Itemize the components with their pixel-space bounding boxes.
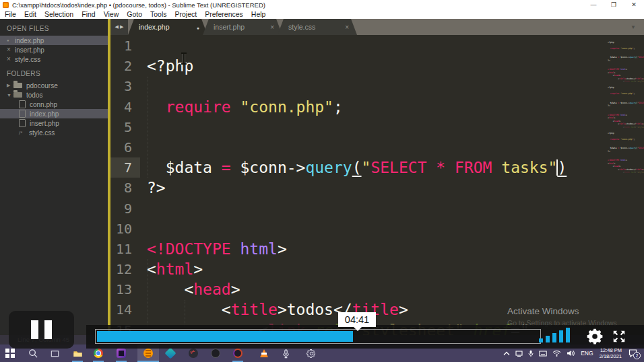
tray-expand-button[interactable]: [503, 351, 510, 356]
seek-bar-fill: [97, 331, 353, 342]
tab-style-css[interactable]: style.css: [278, 19, 357, 35]
player-settings-gear-icon[interactable]: [586, 328, 604, 345]
minimize-button[interactable]: —: [583, 0, 604, 9]
window-controls: — ❐ ✕: [583, 0, 644, 9]
close-file-icon[interactable]: [7, 46, 15, 53]
close-tab-icon[interactable]: [270, 24, 274, 31]
pause-button[interactable]: [9, 311, 74, 349]
menu-find[interactable]: Find: [77, 9, 99, 19]
folders-header: FOLDERS: [0, 64, 108, 81]
language-indicator[interactable]: ENG: [581, 350, 593, 357]
file-icon: [19, 119, 26, 127]
menu-bar: File Edit Selection Find View Goto Tools…: [0, 9, 644, 19]
file-explorer-icon: [73, 349, 83, 359]
menu-goto[interactable]: Goto: [123, 9, 146, 19]
tray-touch-keyboard-button[interactable]: [539, 351, 547, 357]
file-explorer-button[interactable]: [69, 345, 86, 362]
volume-bar: [559, 330, 563, 342]
microphone-icon: [528, 350, 534, 357]
notification-badge: 2: [633, 352, 641, 359]
tab-bar: ◀ ▶ index.php insert.php style.css ▼: [110, 19, 644, 35]
css-file-icon: /*: [19, 130, 28, 136]
tree-file-style-css[interactable]: /* style.css: [0, 128, 108, 137]
task-view-icon: [50, 349, 60, 359]
open-file-insert-php[interactable]: insert.php: [0, 45, 108, 55]
tray-display-button[interactable]: [515, 351, 523, 357]
tab-index-php[interactable]: index.php: [128, 19, 207, 35]
menu-help[interactable]: Help: [247, 9, 270, 19]
chevron-right-icon[interactable]: [7, 83, 13, 88]
gear-icon: [307, 349, 317, 359]
sidebar: OPEN FILES index.php insert.php style.cs…: [0, 19, 108, 335]
screen: C:\xampp\htdocs\todos\index.php • (pdoco…: [0, 0, 644, 362]
indent-guide: [148, 77, 148, 178]
menu-preferences[interactable]: Preferences: [201, 9, 247, 19]
code-area[interactable]: 123456789101112131415 <?php require "con…: [110, 35, 644, 335]
restore-button[interactable]: ❐: [604, 0, 624, 9]
folder-pdocourse[interactable]: pdocourse: [0, 81, 108, 90]
tray-volume-button[interactable]: [567, 350, 575, 357]
close-button[interactable]: ✕: [624, 0, 644, 9]
open-file-style-css[interactable]: style.css: [0, 55, 108, 64]
tab-prev-icon[interactable]: ◀: [115, 24, 119, 30]
chevron-up-icon: [503, 351, 510, 356]
modified-dot-icon: [7, 37, 15, 44]
folder-todos[interactable]: todos: [0, 90, 108, 100]
code-text[interactable]: <?php require "conn.php"; $data = $conn-…: [147, 36, 567, 335]
line-number-gutter: 123456789101112131415: [110, 36, 140, 335]
search-icon: [28, 349, 38, 359]
menu-tools[interactable]: Tools: [146, 9, 171, 19]
display-icon: [515, 351, 523, 357]
purple-ide-icon: [117, 349, 126, 358]
open-file-index-php[interactable]: index.php: [0, 36, 108, 45]
volume-bar: [552, 333, 556, 342]
taskbar-clock[interactable]: 12:48 PM 2/18/2021: [600, 347, 622, 359]
tab-insert-php[interactable]: insert.php: [203, 19, 282, 35]
file-icon: [19, 110, 26, 118]
keyboard-icon: [539, 351, 547, 357]
tab-overflow-dropdown-icon[interactable]: ▼: [631, 24, 636, 30]
menu-edit[interactable]: Edit: [20, 9, 40, 19]
volume-bars[interactable]: [539, 328, 570, 342]
folder-icon: [13, 83, 22, 88]
teal-app-icon: [165, 348, 176, 359]
tray-microphone-button[interactable]: [528, 350, 534, 357]
menu-view[interactable]: View: [100, 9, 123, 19]
close-tab-icon[interactable]: [345, 24, 349, 31]
media-app-icon: [233, 349, 243, 358]
tree-file-conn-php[interactable]: conn.php: [0, 100, 108, 109]
text-cursor-ibeam: [183, 54, 185, 63]
modified-dot-icon: [197, 24, 199, 31]
tray-wifi-button[interactable]: [552, 350, 561, 357]
pause-icon: [31, 320, 38, 339]
volume-bar: [546, 336, 550, 342]
menu-project[interactable]: Project: [171, 9, 201, 19]
pause-icon: [44, 320, 52, 339]
editor: ◀ ▶ index.php insert.php style.css ▼: [110, 19, 644, 335]
title-bar: C:\xampp\htdocs\todos\index.php • (pdoco…: [0, 0, 644, 9]
clock-date: 2/18/2021: [600, 353, 622, 359]
menu-file[interactable]: File: [1, 9, 20, 19]
volume-bar: [566, 328, 570, 342]
menu-selection[interactable]: Selection: [40, 9, 77, 19]
seek-bar[interactable]: [95, 329, 541, 344]
sublime-text-icon: [143, 349, 153, 358]
tree-file-insert-php[interactable]: insert.php: [0, 118, 108, 128]
chevron-down-icon[interactable]: [7, 93, 13, 98]
minimap[interactable]: <?php require "conn.php"; $data = $conn-…: [608, 38, 643, 174]
tab-next-icon[interactable]: ▶: [120, 24, 123, 30]
activate-windows-watermark: Activate Windows: [507, 306, 579, 316]
tree-file-index-php[interactable]: index.php: [0, 109, 108, 118]
window-title: C:\xampp\htdocs\todos\index.php • (pdoco…: [12, 1, 265, 9]
action-center-button[interactable]: 2: [629, 349, 637, 357]
scissors-icon: [189, 349, 198, 358]
file-icon: [19, 100, 26, 108]
close-file-icon[interactable]: [7, 56, 15, 63]
player-controls: [86, 325, 644, 349]
wifi-icon: [552, 350, 561, 357]
dark-circle-app-icon: [211, 349, 220, 358]
microphone-icon: [281, 349, 291, 359]
chrome-icon: [94, 349, 103, 358]
tab-nav-arrows[interactable]: ◀ ▶: [110, 19, 128, 35]
fullscreen-icon[interactable]: [612, 329, 626, 344]
